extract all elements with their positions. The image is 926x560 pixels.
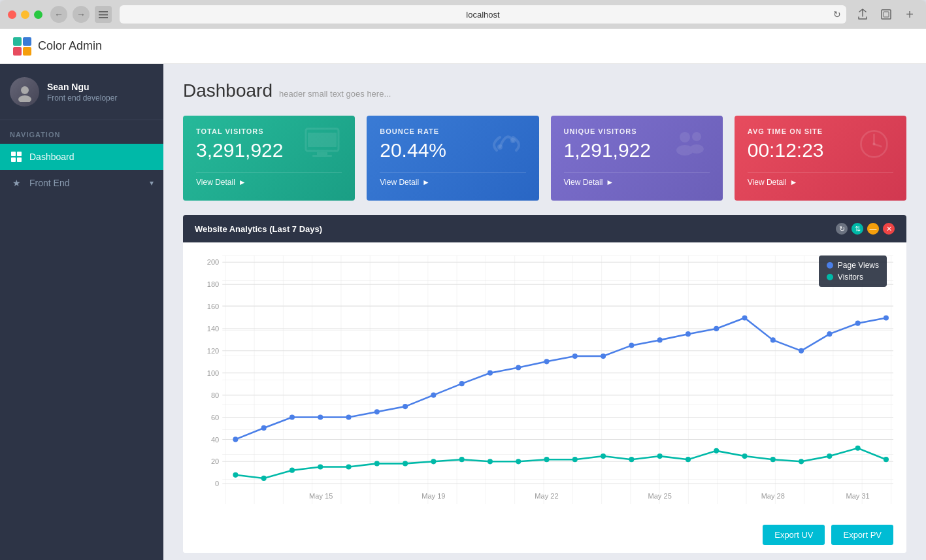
arrow-right-icon: ► bbox=[239, 178, 246, 187]
browser-fullscreen-button[interactable] bbox=[878, 6, 895, 23]
v-dot-5 bbox=[346, 464, 352, 469]
browser-refresh-button[interactable]: ↻ bbox=[833, 9, 841, 20]
svg-point-21 bbox=[680, 132, 690, 142]
app-header: Color Admin bbox=[0, 29, 926, 64]
browser-navigation-buttons: ← → bbox=[50, 6, 90, 23]
v-dot-9 bbox=[459, 457, 465, 462]
browser-add-tab-button[interactable]: + bbox=[901, 6, 918, 23]
v-dot-2 bbox=[261, 476, 267, 481]
v-dot-18 bbox=[714, 448, 719, 453]
stat-card-footer-unique[interactable]: View Detail ► bbox=[564, 172, 710, 192]
pv-dot-13 bbox=[572, 354, 578, 359]
sidebar-item-dashboard[interactable]: Dashboard bbox=[0, 144, 163, 170]
view-detail-label-total: View Detail bbox=[196, 178, 235, 187]
chevron-down-icon: ▾ bbox=[150, 178, 154, 188]
dashboard-icon bbox=[10, 150, 23, 163]
sidebar: Sean Ngu Front end developer Navigation … bbox=[0, 64, 163, 560]
svg-rect-11 bbox=[11, 152, 16, 156]
pv-dot-14 bbox=[601, 354, 606, 359]
svg-text:20: 20 bbox=[211, 457, 219, 465]
sidebar-nav-label: Navigation bbox=[0, 120, 163, 144]
svg-point-19 bbox=[497, 144, 503, 150]
v-dot-8 bbox=[431, 459, 436, 464]
svg-rect-12 bbox=[17, 152, 22, 156]
stat-card-total-visitors: TOTAL VISITORS 3,291,922 View Detail ► bbox=[183, 116, 355, 201]
export-pv-button[interactable]: Export PV bbox=[831, 525, 893, 545]
svg-rect-18 bbox=[308, 133, 337, 147]
browser-address-bar[interactable]: localhost ↻ bbox=[120, 5, 846, 24]
analytics-chart-card: Website Analytics (Last 7 Days) ↻ ⇅ — ✕ … bbox=[183, 215, 906, 553]
chart-body: Page Views Visitors bbox=[183, 242, 906, 517]
svg-text:140: 140 bbox=[207, 325, 219, 333]
browser-forward-button[interactable]: → bbox=[73, 6, 90, 23]
svg-rect-3 bbox=[882, 10, 891, 19]
stat-card-footer-total-visitors[interactable]: View Detail ► bbox=[196, 172, 342, 192]
browser-sidebar-button[interactable] bbox=[95, 6, 112, 23]
browser-back-button[interactable]: ← bbox=[50, 6, 67, 23]
chart-footer: Export UV Export PV bbox=[183, 517, 906, 553]
v-dot-3 bbox=[289, 468, 295, 473]
chart-legend: Page Views Visitors bbox=[819, 255, 887, 287]
pv-dot-15 bbox=[629, 343, 634, 348]
svg-text:May 22: May 22 bbox=[535, 492, 558, 500]
pv-dot-10 bbox=[488, 371, 493, 376]
svg-rect-17 bbox=[312, 155, 332, 157]
chart-minimize-button[interactable]: — bbox=[867, 223, 879, 235]
chart-expand-button[interactable]: ⇅ bbox=[852, 223, 863, 235]
pv-dot-5 bbox=[346, 414, 352, 420]
browser-action-buttons: + bbox=[854, 6, 918, 23]
legend-dot-visitors bbox=[827, 274, 833, 280]
monitor-icon bbox=[303, 127, 342, 168]
svg-point-24 bbox=[689, 144, 704, 154]
avatar-image bbox=[10, 77, 39, 107]
browser-share-button[interactable] bbox=[854, 6, 871, 23]
v-dot-16 bbox=[657, 453, 663, 459]
svg-rect-1 bbox=[99, 14, 108, 15]
chart-svg-wrapper: 0 20 40 60 80 100 120 140 160 180 200 bbox=[196, 255, 893, 504]
export-uv-button[interactable]: Export UV bbox=[763, 525, 825, 545]
app-body: Sean Ngu Front end developer Navigation … bbox=[0, 64, 926, 560]
chart-close-button[interactable]: ✕ bbox=[883, 223, 895, 235]
svg-text:100: 100 bbox=[207, 369, 219, 377]
arrow-right-icon-avg: ► bbox=[790, 178, 798, 187]
svg-rect-2 bbox=[99, 17, 108, 18]
pv-dot-2 bbox=[261, 425, 267, 431]
view-detail-label-bounce: View Detail bbox=[380, 178, 419, 187]
page-subtitle: header small text goes here... bbox=[279, 89, 391, 99]
arrow-right-icon-bounce: ► bbox=[422, 178, 430, 187]
clock-icon bbox=[854, 127, 893, 168]
stat-cards-grid: TOTAL VISITORS 3,291,922 View Detail ► bbox=[183, 116, 906, 201]
sidebar-user-name: Sean Ngu bbox=[47, 82, 154, 92]
legend-label-visitors: Visitors bbox=[838, 272, 863, 282]
sidebar-item-frontend[interactable]: ★ Front End ▾ bbox=[0, 170, 163, 196]
svg-text:200: 200 bbox=[207, 258, 219, 266]
svg-text:120: 120 bbox=[207, 347, 219, 355]
app-title: Color Admin bbox=[38, 39, 102, 53]
v-dot-4 bbox=[318, 464, 323, 469]
chart-refresh-button[interactable]: ↻ bbox=[836, 223, 848, 235]
pv-dot-16 bbox=[657, 337, 663, 342]
maximize-window-button[interactable] bbox=[34, 10, 42, 19]
svg-text:May 19: May 19 bbox=[422, 492, 445, 500]
close-window-button[interactable] bbox=[8, 10, 16, 19]
pv-dot-4 bbox=[318, 414, 323, 420]
v-dot-10 bbox=[488, 459, 493, 464]
pv-dot-8 bbox=[431, 393, 436, 398]
v-dot-7 bbox=[403, 461, 408, 466]
sidebar-user-role: Front end developer bbox=[47, 93, 154, 103]
pv-dot-7 bbox=[403, 404, 408, 409]
svg-rect-8 bbox=[23, 47, 31, 56]
v-dot-20 bbox=[770, 457, 776, 462]
v-dot-12 bbox=[544, 457, 549, 462]
svg-text:May 28: May 28 bbox=[761, 492, 785, 500]
stat-card-footer-bounce-rate[interactable]: View Detail ► bbox=[380, 172, 525, 192]
minimize-window-button[interactable] bbox=[21, 10, 29, 19]
v-dot-14 bbox=[601, 453, 606, 459]
browser-titlebar: ← → localhost ↻ bbox=[0, 0, 926, 29]
pv-dot-20 bbox=[770, 337, 776, 342]
svg-rect-6 bbox=[23, 37, 31, 46]
stat-card-bounce-rate: BOUNCE RATE 20.44% View Detail ► bbox=[367, 116, 538, 201]
pv-dot-22 bbox=[827, 331, 832, 337]
stat-card-footer-avg-time[interactable]: View Detail ► bbox=[748, 172, 893, 192]
pv-dot-12 bbox=[544, 359, 549, 364]
